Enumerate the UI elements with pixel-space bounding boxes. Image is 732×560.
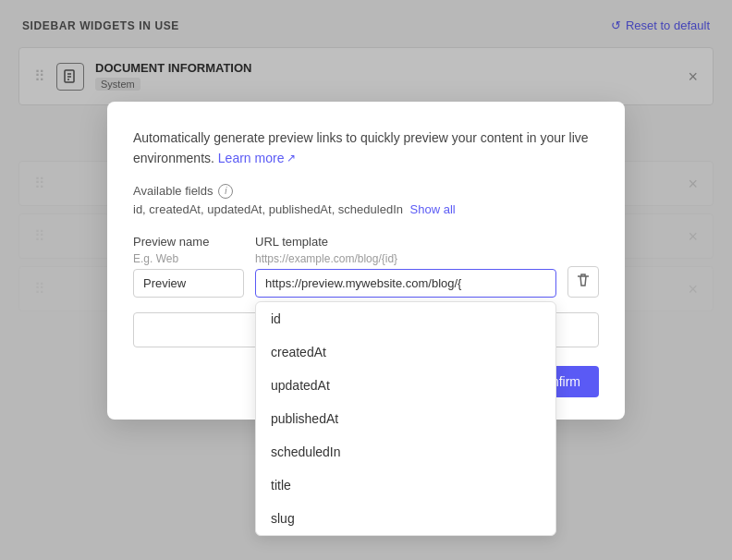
- preview-name-hint: E.g. Web: [133, 252, 244, 265]
- dropdown-item-scheduledIn[interactable]: scheduledIn: [256, 435, 555, 469]
- url-template-label: URL template: [255, 235, 556, 249]
- url-template-hint: https://example.com/blog/{id}: [255, 252, 556, 265]
- dropdown-item-createdAt[interactable]: createdAt: [256, 335, 555, 369]
- preview-name-col: Preview name E.g. Web: [133, 235, 244, 298]
- url-template-col: URL template https://example.com/blog/{i…: [255, 235, 556, 298]
- available-fields-row: Available fields i: [133, 184, 599, 199]
- dropdown-item-slug[interactable]: slug: [256, 502, 555, 535]
- dropdown-item-id[interactable]: id: [256, 302, 555, 335]
- learn-more-link[interactable]: Learn more: [218, 148, 297, 168]
- dropdown-item-updatedAt[interactable]: updatedAt: [256, 369, 555, 402]
- info-icon[interactable]: i: [218, 184, 233, 199]
- form-row: Preview name E.g. Web URL template https…: [133, 235, 599, 298]
- preview-name-label: Preview name: [133, 235, 244, 249]
- dropdown-item-title[interactable]: title: [256, 469, 555, 502]
- url-template-input[interactable]: [255, 269, 556, 298]
- show-all-link[interactable]: Show all: [410, 202, 456, 216]
- field-dropdown: id createdAt updatedAt publishedAt sched…: [255, 301, 556, 536]
- dialog: Automatically generate preview links to …: [107, 102, 625, 420]
- overlay: Automatically generate preview links to …: [0, 0, 732, 560]
- fields-list: id, createdAt, updatedAt, publishedAt, s…: [133, 202, 599, 216]
- available-fields-label: Available fields: [133, 184, 213, 198]
- dialog-description: Automatically generate preview links to …: [133, 128, 599, 169]
- trash-icon: [576, 273, 591, 290]
- delete-row-button[interactable]: [567, 266, 599, 298]
- dropdown-item-publishedAt[interactable]: publishedAt: [256, 402, 555, 435]
- preview-name-input[interactable]: [133, 269, 244, 298]
